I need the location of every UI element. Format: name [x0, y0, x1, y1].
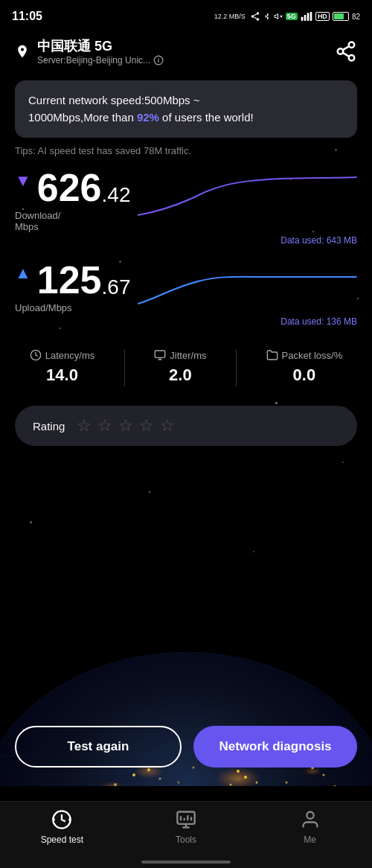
download-value: 626.42 [37, 168, 131, 207]
svg-line-3 [254, 17, 257, 19]
jitter-stat: Jitter/ms 2.0 [154, 349, 206, 385]
tools-nav-icon [176, 809, 196, 830]
tips-text: Tips: AI speed test has saved 78M traffi… [15, 145, 357, 156]
info-card: Current network speed:500Mbps ~ 1000Mbps… [15, 80, 357, 138]
upload-arrow-icon: ▲ [15, 264, 31, 283]
network-share-icon [250, 11, 260, 22]
upload-section: ▲ 125.67 Upload/Mbps Data used: 136 MB [15, 261, 357, 327]
upload-info: ▲ 125.67 Upload/Mbps [15, 261, 130, 313]
jitter-label: Jitter/ms [170, 350, 206, 361]
network-diagnosis-button[interactable]: Network diagnosis [193, 726, 357, 768]
svg-rect-21 [155, 351, 165, 357]
star-5[interactable]: ☆ [160, 416, 175, 435]
status-bar: 11:05 12.2 MB/S 5G HD 82 [0, 0, 372, 30]
action-buttons: Test again Network diagnosis [0, 726, 372, 768]
star-4[interactable]: ☆ [139, 416, 154, 435]
rating-label: Rating [33, 420, 65, 433]
me-nav-icon [300, 809, 321, 830]
svg-point-17 [349, 55, 355, 61]
test-again-button[interactable]: Test again [15, 726, 182, 768]
svg-rect-10 [307, 13, 310, 21]
svg-point-35 [286, 782, 288, 784]
svg-rect-9 [304, 15, 307, 21]
download-label: Download/Mbps [15, 210, 130, 232]
status-time: 11:05 [12, 10, 42, 23]
svg-point-31 [256, 782, 258, 784]
svg-point-40 [323, 774, 325, 776]
svg-point-33 [237, 770, 240, 773]
location-icon [15, 44, 30, 59]
upload-data-used: Data used: 136 MB [15, 316, 357, 327]
info-card-text: Current network speed:500Mbps ~ 1000Mbps… [28, 92, 344, 126]
svg-marker-5 [275, 14, 278, 19]
svg-point-38 [132, 773, 135, 776]
svg-point-1 [251, 15, 254, 18]
signal-bars-icon [301, 11, 312, 22]
download-chart [138, 174, 357, 219]
svg-line-19 [343, 46, 350, 50]
latency-value: 14.0 [46, 366, 78, 385]
upload-label: Upload/Mbps [15, 302, 130, 313]
mute-icon [274, 11, 283, 22]
star-2[interactable]: ☆ [97, 416, 112, 435]
svg-point-30 [244, 776, 247, 779]
stat-divider-2 [236, 349, 237, 386]
operator-name: 中国联通 5G [37, 37, 164, 55]
battery-icon [333, 12, 349, 21]
svg-point-0 [257, 12, 260, 15]
jitter-icon [154, 349, 166, 361]
battery-percent: 82 [352, 13, 360, 21]
packet-loss-icon [266, 349, 278, 361]
latency-label: Latency/ms [45, 350, 94, 361]
nav-me[interactable]: Me [248, 809, 372, 845]
stats-row: Latency/ms 14.0 Jitter/ms 2.0 Packet los… [15, 342, 357, 394]
packet-loss-stat: Packet loss/% 0.0 [266, 349, 343, 385]
nav-tools-label: Tools [176, 835, 196, 845]
upload-value: 125.67 [37, 261, 131, 299]
header-title-block: 中国联通 5G Server:Beijing-Beijing Unic... [37, 37, 164, 66]
star-3[interactable]: ☆ [118, 416, 133, 435]
download-arrow-icon: ▼ [15, 171, 31, 191]
home-indicator [141, 861, 231, 864]
jitter-value: 2.0 [169, 366, 192, 385]
nav-speed-test-label: Speed test [41, 835, 83, 845]
speed-test-nav-icon [51, 809, 72, 830]
status-icons: 12.2 MB/S 5G HD 82 [214, 11, 360, 22]
svg-point-60 [307, 812, 313, 819]
download-data-used: Data used: 643 MB [15, 235, 357, 246]
star-1[interactable]: ☆ [77, 416, 92, 435]
5g-badge: 5G [286, 13, 298, 20]
nav-speed-test[interactable]: Speed test [0, 809, 124, 845]
svg-point-15 [349, 42, 355, 48]
nav-me-label: Me [304, 835, 316, 845]
svg-line-4 [254, 14, 257, 16]
download-section: ▼ 626.42 Download/Mbps Data used: 643 MB [15, 168, 357, 246]
upload-chart [138, 267, 357, 311]
info-icon [153, 55, 164, 66]
clock-icon [30, 349, 42, 361]
latency-stat: Latency/ms 14.0 [30, 349, 94, 385]
svg-point-41 [114, 783, 117, 786]
header-left: 中国联通 5G Server:Beijing-Beijing Unic... [15, 37, 164, 66]
download-info: ▼ 626.42 Download/Mbps [15, 168, 130, 232]
svg-point-2 [257, 18, 260, 21]
rating-row: Rating ☆ ☆ ☆ ☆ ☆ [15, 406, 357, 446]
share-icon[interactable] [335, 40, 357, 63]
nav-tools[interactable]: Tools [124, 809, 248, 845]
svg-rect-8 [301, 17, 304, 21]
svg-point-32 [230, 784, 232, 786]
svg-line-18 [343, 53, 350, 57]
svg-rect-11 [310, 12, 312, 21]
packet-loss-label: Packet loss/% [282, 350, 343, 361]
header: 中国联通 5G Server:Beijing-Beijing Unic... [0, 30, 372, 73]
bottom-nav: Speed test Tools Me [0, 801, 372, 868]
speed-indicator: 12.2 MB/S [214, 13, 246, 20]
svg-point-16 [338, 48, 344, 54]
packet-loss-value: 0.0 [293, 366, 316, 385]
server-info: Server:Beijing-Beijing Unic... [37, 55, 164, 66]
stat-divider-1 [124, 349, 125, 386]
svg-point-37 [159, 778, 161, 780]
bluetooth-icon [263, 11, 271, 22]
stars-rating[interactable]: ☆ ☆ ☆ ☆ ☆ [77, 416, 175, 435]
hd-badge: HD [315, 12, 330, 21]
